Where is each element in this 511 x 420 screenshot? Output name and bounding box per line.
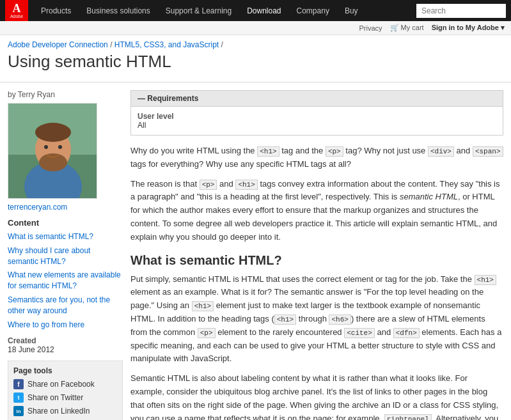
facebook-icon: f [13,379,24,389]
nav-business-solutions[interactable]: Business solutions [79,0,157,21]
cite-code-s1: <cite> [344,328,375,338]
top-navigation: A Adobe Products Business solutions Supp… [0,0,511,21]
svg-point-6 [44,145,48,149]
breadcrumb-sep-2: / [221,40,223,49]
h1-code-s1b: <h1> [192,301,214,311]
nav-buy[interactable]: Buy [337,0,366,21]
article-intro-1: Why do you write HTML using the <h1> tag… [130,144,503,171]
share-facebook-label: Share on Facebook [28,380,95,389]
my-cart-link[interactable]: 🛒 My cart [390,24,424,32]
div-tag-code: <div> [428,146,454,157]
svg-point-4 [35,123,71,142]
sidebar-link-3[interactable]: Semantics are for you, not the other way… [8,295,123,316]
author-photo [8,103,97,199]
p-code-s1: <p> [198,328,216,338]
h1-code-s1: <h1> [475,275,496,285]
created-section: Created 18 June 2012 [8,336,123,354]
created-label: Created [8,336,123,345]
p-code-2: <p> [200,180,217,190]
section1-para1: Put simply, semantic HTML is HTML that u… [130,273,503,366]
nav-support-learning[interactable]: Support & Learning [158,0,239,21]
author-byline: by Terry Ryan [8,90,123,99]
breadcrumb-sep-1: / [110,40,114,49]
share-twitter-label: Share on Twitter [28,393,83,402]
page-title: Using semantic HTML [8,52,503,72]
user-level-value: All [138,121,496,130]
nav-items: Products Business solutions Support & Le… [33,0,416,21]
search-input[interactable] [416,4,506,18]
svg-point-7 [58,145,62,149]
author-prefix: by [8,90,18,99]
rightpanel-code: rightpanel [384,414,432,420]
sidebar-link-4[interactable]: Where to go from here [8,320,123,331]
requirements-box: — Requirements User level All [130,90,503,136]
breadcrumb: Adobe Developer Connection / HTML5, CSS3… [0,35,511,52]
adobe-logo-letter: A [13,3,21,14]
content-section-title: Content [8,218,123,228]
h1-tag-code: <h1> [257,146,279,157]
author-name: Terry Ryan [18,90,55,99]
adobe-logo[interactable]: A Adobe [5,0,28,21]
adobe-logo-text: Adobe [10,14,23,19]
secondary-navigation: Privacy 🛒 My cart Sign in to My Adobe ▾ [0,21,511,35]
sidebar: by Terry Ryan terrencerya [8,90,123,420]
sidebar-link-0[interactable]: What is semantic HTML? [8,231,123,242]
section1-title: What is semantic HTML? [130,253,503,268]
linkedin-icon: in [13,406,24,416]
author-website-link[interactable]: terrenceryan.com [8,203,123,212]
twitter-icon: t [13,393,24,403]
sidebar-link-2[interactable]: What new elements are available for sema… [8,270,123,292]
share-twitter-button[interactable]: t Share on Twitter [13,393,117,403]
privacy-link[interactable]: Privacy [359,24,382,32]
nav-products[interactable]: Products [33,0,79,21]
dfn-code-s1: <dfn> [393,328,420,338]
user-level-label: User level [138,112,496,121]
breadcrumb-adobe-dev[interactable]: Adobe Developer Connection [8,40,108,49]
h6-code-s1: <h6> [329,315,350,325]
page-tools-title: Page tools [13,366,117,375]
svg-point-5 [39,153,67,171]
p-tag-code: <p> [326,146,343,157]
author-avatar-svg [8,104,97,199]
requirements-body: User level All [131,107,503,135]
created-date: 18 June 2012 [8,345,123,354]
sidebar-link-1[interactable]: Why should I care about semantic HTML? [8,245,123,267]
page-title-area: Using semantic HTML [0,52,511,82]
requirements-header: — Requirements [131,91,503,107]
nav-company[interactable]: Company [289,0,337,21]
nav-download[interactable]: Download [239,0,288,21]
share-linkedin-label: Share on LinkedIn [28,407,90,416]
main-layout: by Terry Ryan terrencerya [0,82,511,420]
h1-code-s1c: <h1> [274,315,296,325]
h1-code-2: <h1> [235,180,257,190]
breadcrumb-html5[interactable]: HTML5, CSS3, and JavaScript [114,40,219,49]
main-content: — Requirements User level All Why do you… [130,90,503,420]
share-facebook-button[interactable]: f Share on Facebook [13,379,117,389]
span-tag-code: <span> [473,146,503,157]
page-tools-box: Page tools f Share on Facebook t Share o… [8,361,123,420]
sign-in-link[interactable]: Sign in to My Adobe ▾ [432,24,505,32]
share-linkedin-button[interactable]: in Share on LinkedIn [13,406,117,416]
section1-para2: Semantic HTML is also about labeling con… [130,372,503,420]
nav-search [416,4,506,18]
article-intro-2: The reason is that <p> and <h1> tags con… [130,178,503,244]
